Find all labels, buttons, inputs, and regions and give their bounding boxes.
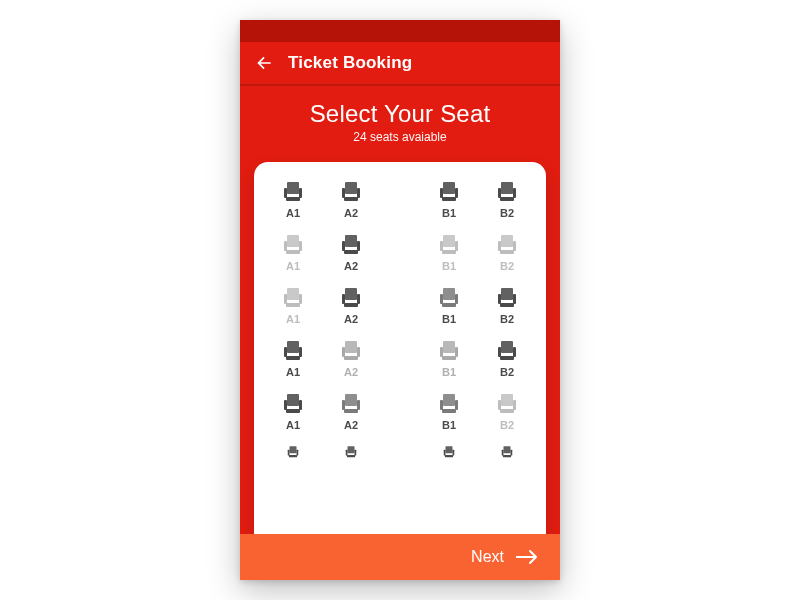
svg-rect-84 — [348, 446, 355, 453]
svg-rect-92 — [504, 446, 511, 453]
svg-rect-24 — [443, 235, 455, 247]
svg-rect-69 — [342, 400, 345, 410]
seat[interactable]: B1 — [432, 180, 466, 219]
svg-rect-21 — [342, 241, 345, 251]
svg-rect-15 — [500, 197, 514, 201]
seat-pair-left: A1 A2 — [276, 180, 368, 219]
arrow-right-icon — [516, 549, 540, 565]
svg-rect-43 — [442, 303, 456, 307]
seat-pair-left: A1 A2 — [276, 392, 368, 431]
seat-label: B1 — [442, 419, 456, 431]
availability-subtitle: 24 seats avaiable — [240, 130, 560, 144]
seat[interactable]: A2 — [334, 392, 368, 431]
seat-label: A2 — [344, 419, 358, 431]
seat-label: B2 — [500, 419, 514, 431]
seat[interactable]: B2 — [490, 286, 524, 325]
svg-rect-34 — [299, 294, 302, 304]
seat[interactable]: A2 — [334, 445, 368, 459]
app-bar: Ticket Booking — [240, 42, 560, 86]
svg-rect-64 — [287, 394, 299, 406]
seat-label: A2 — [344, 260, 358, 272]
svg-rect-5 — [342, 188, 345, 198]
svg-rect-22 — [357, 241, 360, 251]
svg-rect-79 — [500, 409, 514, 413]
svg-rect-53 — [342, 347, 345, 357]
svg-rect-59 — [442, 356, 456, 360]
seat-row: A1 A2 B1 B2 — [276, 392, 524, 431]
svg-rect-23 — [344, 250, 358, 254]
seat[interactable]: A1 — [276, 233, 310, 272]
svg-rect-9 — [440, 188, 443, 198]
svg-rect-25 — [440, 241, 443, 251]
svg-rect-58 — [455, 347, 458, 357]
seat[interactable]: B1 — [432, 233, 466, 272]
svg-rect-86 — [355, 450, 357, 456]
seat-label: A1 — [286, 419, 300, 431]
svg-rect-90 — [453, 450, 455, 456]
seat[interactable]: B1 — [432, 286, 466, 325]
seat[interactable]: B1 — [432, 392, 466, 431]
next-button[interactable]: Next — [240, 534, 560, 580]
arrow-left-icon — [254, 53, 274, 73]
seat[interactable]: A2 — [334, 339, 368, 378]
seat-map-card: A1 A2 B1 B2 A1 A2 B1 B2 — [254, 162, 546, 580]
seat-label: B1 — [442, 260, 456, 272]
seat-label: A2 — [344, 366, 358, 378]
seat[interactable]: B1 — [432, 445, 466, 459]
svg-rect-7 — [344, 197, 358, 201]
svg-rect-10 — [455, 188, 458, 198]
svg-rect-45 — [498, 294, 501, 304]
svg-rect-89 — [444, 450, 446, 456]
seat[interactable]: B2 — [490, 233, 524, 272]
seat[interactable]: A2 — [334, 180, 368, 219]
seat-label: B2 — [500, 207, 514, 219]
svg-rect-28 — [501, 235, 513, 247]
seat[interactable]: A1 — [276, 286, 310, 325]
appbar-title: Ticket Booking — [288, 53, 412, 73]
svg-rect-68 — [345, 394, 357, 406]
seat[interactable]: B2 — [490, 339, 524, 378]
seat-label: A1 — [286, 207, 300, 219]
svg-rect-85 — [346, 450, 348, 456]
seat[interactable]: A1 — [276, 339, 310, 378]
svg-rect-67 — [286, 409, 300, 413]
seat-label: B1 — [442, 207, 456, 219]
seat-pair-left: A1 A2 — [276, 233, 368, 272]
svg-rect-1 — [284, 188, 287, 198]
seat[interactable]: A2 — [334, 233, 368, 272]
svg-rect-6 — [357, 188, 360, 198]
page-title: Select Your Seat — [240, 100, 560, 128]
svg-rect-18 — [299, 241, 302, 251]
seat[interactable]: A1 — [276, 445, 310, 459]
svg-rect-17 — [284, 241, 287, 251]
seat[interactable]: A1 — [276, 392, 310, 431]
seat-pair-right: B1 B2 — [432, 445, 524, 459]
svg-rect-14 — [513, 188, 516, 198]
svg-rect-42 — [455, 294, 458, 304]
svg-rect-4 — [345, 182, 357, 194]
seat-label: A2 — [344, 207, 358, 219]
svg-rect-54 — [357, 347, 360, 357]
svg-rect-30 — [513, 241, 516, 251]
seat[interactable]: B2 — [490, 392, 524, 431]
seat[interactable]: B2 — [490, 180, 524, 219]
svg-rect-57 — [440, 347, 443, 357]
seat-pair-right: B1 B2 — [432, 180, 524, 219]
svg-rect-61 — [498, 347, 501, 357]
svg-rect-93 — [502, 450, 504, 456]
svg-rect-74 — [455, 400, 458, 410]
back-button[interactable] — [254, 53, 274, 73]
svg-rect-27 — [442, 250, 456, 254]
seat[interactable]: B1 — [432, 339, 466, 378]
svg-rect-2 — [299, 188, 302, 198]
seat[interactable]: A2 — [334, 286, 368, 325]
seat[interactable]: B2 — [490, 445, 524, 459]
svg-rect-0 — [287, 182, 299, 194]
seat[interactable]: A1 — [276, 180, 310, 219]
svg-rect-71 — [344, 409, 358, 413]
stage: Ticket Booking Select Your Seat 24 seats… — [0, 0, 800, 600]
seat-label: B2 — [500, 260, 514, 272]
seat-row: A1 A2 B1 B2 — [276, 339, 524, 378]
svg-rect-91 — [445, 455, 453, 457]
svg-rect-29 — [498, 241, 501, 251]
